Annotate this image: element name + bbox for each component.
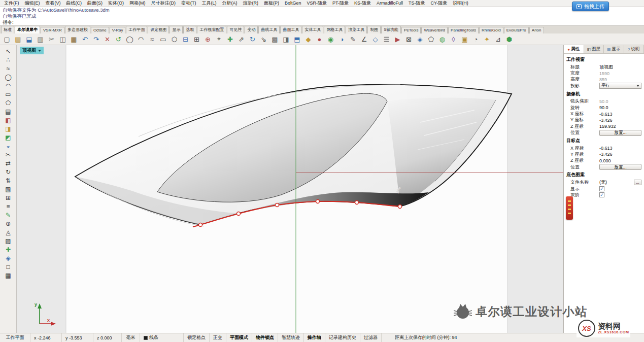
menu-item-5[interactable]: 实体(O) [108, 0, 124, 7]
toolbar-tab-4[interactable]: Octane [91, 27, 109, 33]
height-field[interactable]: 859 [599, 77, 607, 82]
menu-item-12[interactable]: 面板(P) [264, 0, 279, 7]
control-point[interactable] [398, 205, 402, 209]
save-file-icon[interactable]: ⬓ [24, 34, 35, 44]
left-tool-3-icon[interactable]: ≈ [2, 64, 15, 73]
menu-item-11[interactable]: 渲染(R) [243, 0, 259, 7]
toolbar-tab-1[interactable]: 卓尔谟犀牛 [15, 26, 40, 33]
tool-27-icon[interactable]: ⬒ [292, 34, 302, 44]
menu-item-9[interactable]: 工具(L) [202, 0, 217, 7]
toggle-osnap[interactable]: 物件锁点 [252, 333, 278, 342]
viewport-canvas[interactable]: 4% x y [17, 45, 563, 333]
toolbar-tab-15[interactable]: 实体工具 [302, 26, 323, 33]
wallpaper-file-browse-button[interactable]: ... [634, 180, 641, 185]
left-tool-13-icon[interactable]: ✂ [2, 150, 15, 159]
new-file-icon[interactable]: ▢ [2, 34, 12, 44]
toolbar-tab-9[interactable]: 选取 [183, 26, 196, 33]
left-tool-16-icon[interactable]: ⇅ [2, 176, 15, 185]
tool-20-icon[interactable]: ⌖ [214, 34, 224, 44]
menu-item-3[interactable]: 曲线(C) [66, 0, 82, 7]
toolbar-tab-19[interactable]: 5轴功能 [381, 26, 400, 33]
left-tool-21-icon[interactable]: ⊕ [2, 219, 15, 228]
tool-22-icon[interactable]: ⇗ [236, 34, 247, 44]
tool-36-icon[interactable]: ▶ [392, 34, 403, 44]
control-point[interactable] [276, 203, 279, 207]
delete-icon[interactable]: ✕ [102, 34, 113, 44]
tool-31-icon[interactable]: ◑ [336, 34, 347, 44]
tool-32-icon[interactable]: ✎ [348, 34, 358, 44]
toolbar-tab-20[interactable]: PeTools [401, 27, 421, 33]
viewport[interactable]: 顶视图 [17, 45, 563, 333]
left-tool-6-icon[interactable]: ▭ [2, 90, 15, 98]
menu-item-10[interactable]: 分析(A) [222, 0, 238, 7]
toggle-filter[interactable]: 过滤器 [360, 333, 382, 342]
tool-43-icon[interactable]: ◔ [470, 34, 481, 44]
cam-y-field[interactable]: -3.426 [599, 118, 613, 123]
panel-tab-properties[interactable]: ●属性 [564, 45, 584, 53]
toolbar-tab-2[interactable]: VSR-MXR [41, 27, 64, 33]
undo-icon[interactable]: ↶ [80, 34, 90, 44]
left-tool-18-icon[interactable]: ⊞ [2, 193, 15, 202]
left-tool-26-icon[interactable]: □ [2, 262, 15, 271]
toolbar-tab-12[interactable]: 变动 [245, 26, 258, 33]
left-tool-20-icon[interactable]: ✎ [2, 211, 15, 219]
projection-select[interactable]: 平行 [599, 83, 641, 89]
tool-44-icon[interactable]: ✦ [482, 34, 492, 44]
wallpaper-gray-checkbox[interactable]: ✓ [599, 192, 604, 197]
menu-item-18[interactable]: TS-随意 [409, 0, 425, 7]
left-tool-22-icon[interactable]: ◬ [2, 228, 15, 236]
tgt-x-field[interactable]: -0.613 [599, 146, 613, 151]
paste-icon[interactable]: ▦ [69, 34, 79, 44]
left-tool-4-icon[interactable]: ◯ [2, 73, 15, 81]
toolbar-tab-24[interactable]: EvolutePro [504, 27, 529, 33]
tool-34-icon[interactable]: ◇ [370, 34, 381, 44]
tool-18-icon[interactable]: ⊞ [191, 34, 202, 44]
left-tool-14-icon[interactable]: ⇄ [2, 159, 15, 167]
upload-button[interactable]: 拖拽上传 [572, 2, 609, 11]
tool-39-icon[interactable]: ⬠ [426, 34, 436, 44]
lens-field[interactable]: 50.0 [599, 99, 608, 104]
cplane-button[interactable]: 工作平面 [0, 333, 30, 342]
tool-35-icon[interactable]: ☰ [381, 34, 392, 44]
left-tool-15-icon[interactable]: ↻ [2, 167, 15, 176]
menu-item-16[interactable]: KS-随意 [354, 0, 371, 7]
menu-item-1[interactable]: 编辑(E) [25, 0, 40, 7]
toolbar-tab-25[interactable]: Arion [529, 27, 544, 33]
left-tool-8-icon[interactable]: ▤ [2, 107, 15, 116]
toolbar-tab-17[interactable]: 渲染工具 [346, 26, 367, 33]
current-layer-pane[interactable]: 线条 [140, 333, 184, 342]
tool-37-icon[interactable]: ⊠ [403, 34, 414, 44]
toggle-grid-snap[interactable]: 锁定格点 [184, 333, 210, 342]
toolbar-tab-13[interactable]: 曲线工具 [258, 26, 280, 33]
toolbar-tab-16[interactable]: 网格工具 [324, 26, 345, 33]
control-point[interactable] [237, 212, 241, 216]
menu-item-8[interactable]: 变动(T) [181, 0, 196, 7]
cut-icon[interactable]: ✂ [46, 34, 57, 44]
toggle-record-history[interactable]: 记录建构历史 [325, 333, 360, 342]
menu-item-14[interactable]: VSR-随意 [307, 0, 327, 7]
width-field[interactable]: 1590 [599, 71, 609, 76]
tool-38-icon[interactable]: ◈ [415, 34, 425, 44]
tool-33-icon[interactable]: ∠ [359, 34, 369, 44]
tool-19-icon[interactable]: ⊕ [202, 34, 213, 44]
viewport-title[interactable]: 顶视图 [20, 47, 44, 54]
toggle-planar[interactable]: 平面模式 [226, 333, 252, 342]
tool-13-icon[interactable]: ◠ [135, 34, 146, 44]
copy-icon[interactable]: ◫ [57, 34, 68, 44]
toolbar-tab-18[interactable]: 制图 [367, 26, 381, 33]
rotation-field[interactable]: 90.0 [599, 105, 608, 110]
tool-24-icon[interactable]: ⇘ [258, 34, 269, 44]
left-tool-2-icon[interactable]: ∴ [2, 55, 15, 64]
title-field[interactable]: 顶视图 [599, 64, 613, 71]
toolbar-tab-14[interactable]: 曲面工具 [280, 26, 301, 33]
toolbar-tab-7[interactable]: 设定视图 [148, 26, 169, 33]
tool-17-icon[interactable]: ⊟ [180, 34, 191, 44]
left-tool-7-icon[interactable]: ⬠ [2, 98, 15, 107]
tool-21-icon[interactable]: ✚ [225, 34, 235, 44]
left-tool-17-icon[interactable]: ▧ [2, 185, 15, 193]
tool-11-icon[interactable]: ↺ [113, 34, 124, 44]
control-point[interactable] [316, 200, 320, 203]
open-file-icon[interactable]: ▤ [13, 34, 23, 44]
toolbar-tab-5[interactable]: V-Ray [110, 27, 126, 33]
panel-tab-layers[interactable]: ◧图层 [584, 45, 604, 53]
